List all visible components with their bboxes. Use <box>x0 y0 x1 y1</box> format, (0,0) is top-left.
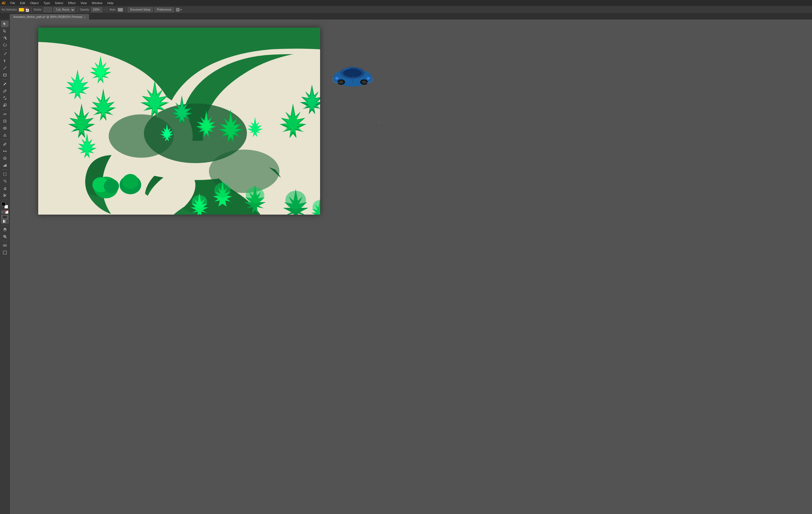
svg-point-66 <box>122 174 139 189</box>
menu-select[interactable]: Select <box>53 1 65 5</box>
tab-bar: Animation_Motion_path.ai* @ 300% (RGB/GP… <box>0 13 812 20</box>
warp-tool[interactable] <box>1 111 9 117</box>
paintbrush-tool[interactable] <box>1 81 9 87</box>
scissors-tool[interactable] <box>1 192 9 199</box>
rectangle-tool[interactable] <box>1 72 9 78</box>
menu-effect[interactable]: Effect <box>66 1 78 5</box>
selection-tool[interactable] <box>1 21 9 27</box>
magic-wand-tool[interactable] <box>1 35 9 41</box>
eyedropper-tool[interactable] <box>1 141 9 147</box>
svg-point-73 <box>339 81 343 84</box>
svg-point-76 <box>335 77 339 80</box>
grid-icon[interactable] <box>176 8 180 12</box>
menu-object[interactable]: Object <box>28 1 41 5</box>
swap-colors-icon[interactable] <box>1 211 5 214</box>
svg-point-64 <box>104 179 119 193</box>
svg-rect-17 <box>3 120 4 120</box>
svg-point-9 <box>5 53 6 53</box>
zoom-in-out-toggle[interactable] <box>1 242 9 249</box>
svg-point-28 <box>4 158 5 158</box>
free-transform-tool[interactable] <box>1 118 9 124</box>
svg-rect-19 <box>3 122 4 122</box>
gradient-btn[interactable] <box>1 219 8 223</box>
no-selection-label: No Selection <box>2 8 17 11</box>
opacity-arrow: › <box>104 8 105 11</box>
rotate-tool[interactable] <box>1 95 9 101</box>
stroke-label: Stroke: <box>34 8 42 11</box>
left-toolbar: T <box>0 20 10 514</box>
svg-rect-3 <box>178 10 179 11</box>
svg-point-13 <box>3 85 4 85</box>
perspective-tool[interactable] <box>1 132 9 139</box>
document-setup-button[interactable]: Document Setup <box>128 7 153 12</box>
svg-point-55 <box>109 114 174 158</box>
svg-rect-43 <box>3 220 7 223</box>
artboard-tool[interactable] <box>1 171 9 178</box>
type-tool[interactable]: T <box>1 58 9 64</box>
pen-tool[interactable] <box>1 51 9 57</box>
style-label: Style: <box>109 8 116 11</box>
canvas-crosshair: + <box>378 121 380 123</box>
document-tab[interactable]: Animation_Motion_path.ai* @ 300% (RGB/GP… <box>10 14 89 20</box>
symbol-spray-tool[interactable] <box>1 155 9 161</box>
svg-line-5 <box>5 37 6 38</box>
svg-point-38 <box>3 194 5 195</box>
menu-file[interactable]: File <box>8 1 17 5</box>
pencil-tool[interactable] <box>1 88 9 94</box>
tool-sep-5 <box>2 170 8 170</box>
svg-point-75 <box>362 81 366 84</box>
hand-tool[interactable] <box>1 226 9 233</box>
separator-1 <box>31 7 31 12</box>
svg-rect-1 <box>178 8 179 9</box>
zoom-tool[interactable] <box>1 233 9 240</box>
svg-point-59 <box>285 191 306 209</box>
lasso-tool[interactable] <box>1 42 9 48</box>
line-tool[interactable] <box>1 65 9 71</box>
column-graph-tool[interactable] <box>1 162 9 169</box>
fill-color-btn[interactable] <box>1 215 8 219</box>
change-screen-mode[interactable] <box>1 249 9 256</box>
separator-2 <box>77 7 78 12</box>
tool-sep-4 <box>2 140 8 140</box>
svg-line-36 <box>5 180 6 181</box>
eraser-tool[interactable] <box>1 185 9 191</box>
canvas-area: + <box>10 20 812 514</box>
svg-line-11 <box>3 67 6 69</box>
svg-rect-2 <box>176 10 177 11</box>
svg-point-61 <box>192 195 207 208</box>
svg-rect-16 <box>4 120 6 122</box>
stroke-color-input[interactable] <box>44 7 52 12</box>
opacity-input[interactable] <box>91 7 102 12</box>
tool-sep-3 <box>2 110 8 110</box>
svg-text:T: T <box>3 59 6 63</box>
svg-line-45 <box>5 237 6 238</box>
color-swatches[interactable] <box>1 202 9 209</box>
svg-point-27 <box>3 157 6 159</box>
tool-sep-1 <box>2 49 8 50</box>
menu-help[interactable]: Help <box>105 1 116 5</box>
none-swap-controls <box>1 211 8 214</box>
menu-bar: Ai File Edit Object Type Select Effect V… <box>0 0 812 6</box>
style-swatch[interactable] <box>118 8 123 12</box>
menu-view[interactable]: View <box>78 1 89 5</box>
menu-edit[interactable]: Edit <box>18 1 27 5</box>
scene-illustration <box>38 28 320 215</box>
preferences-button[interactable]: Preferences <box>154 7 174 12</box>
separator-4 <box>125 7 125 12</box>
blend-tool[interactable] <box>1 148 9 154</box>
scale-tool[interactable] <box>1 102 9 109</box>
none-icon[interactable] <box>5 211 8 214</box>
tool-sep-6 <box>2 200 8 200</box>
tool-sep-7 <box>2 225 8 225</box>
menu-window[interactable]: Window <box>90 1 105 5</box>
shape-builder-tool[interactable] <box>1 125 9 131</box>
stroke-weight-select[interactable]: 3 pt. Round <box>53 7 75 12</box>
extra-controls: ▾ <box>176 8 182 12</box>
direct-select-tool[interactable] <box>1 28 9 34</box>
svg-rect-50 <box>3 251 6 254</box>
tab-close-button[interactable]: × <box>84 16 85 19</box>
car-object[interactable] <box>331 61 374 89</box>
menu-type[interactable]: Type <box>41 1 52 5</box>
fill-swatch[interactable] <box>19 8 24 12</box>
slice-tool[interactable] <box>1 178 9 184</box>
